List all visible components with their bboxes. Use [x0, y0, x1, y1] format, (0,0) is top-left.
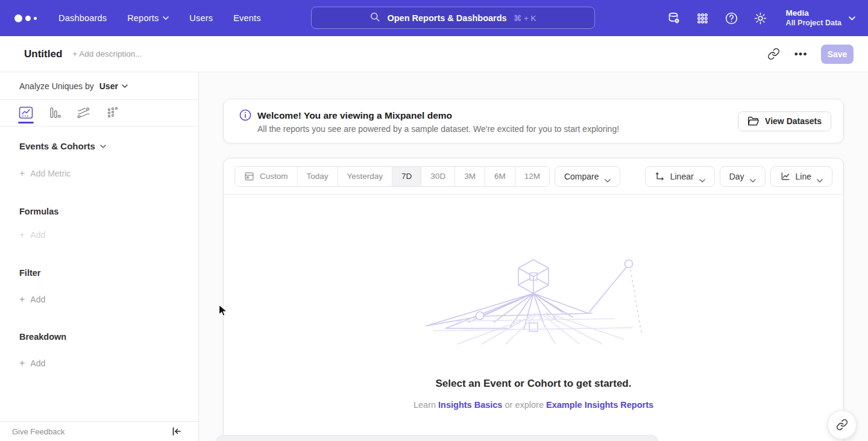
calendar-icon — [244, 171, 254, 181]
folder-icon — [747, 116, 759, 127]
settings-gear-icon[interactable] — [753, 11, 768, 25]
more-options-button[interactable]: ••• — [794, 48, 808, 60]
link-icon — [836, 419, 848, 431]
report-header: Untitled + Add description... ••• Save — [0, 36, 868, 72]
chevron-down-icon — [750, 175, 756, 178]
mixpanel-logo-icon[interactable] — [14, 14, 41, 22]
empty-state-subtitle: Learn Insights Basics or explore Example… — [414, 400, 653, 410]
plus-icon: + — [19, 230, 25, 240]
selected-tab-indicator — [18, 122, 34, 124]
demo-banner: Welcome! You are viewing a Mixpanel demo… — [223, 99, 844, 143]
line-chart-icon — [780, 171, 790, 181]
chart-type-tabs — [0, 100, 198, 126]
report-card: Custom Today Yesterday 7D 30D 3M 6M 12M … — [223, 158, 844, 441]
tab-flows[interactable] — [76, 105, 92, 120]
main-content: Welcome! You are viewing a Mixpanel demo… — [199, 72, 868, 441]
chevron-down-icon — [817, 175, 823, 178]
analyze-by-dropdown[interactable]: User — [99, 81, 128, 91]
add-formula-button[interactable]: + Add — [19, 230, 179, 240]
plus-icon: + — [19, 168, 25, 179]
add-metric-button[interactable]: + Add Metric — [19, 168, 179, 179]
date-range-30d[interactable]: 30D — [421, 167, 454, 186]
nav-menu: Dashboards Reports Users Events — [48, 0, 271, 36]
empty-state: Select an Event or Cohort to get started… — [224, 195, 843, 410]
nav-right: Media All Project Data — [667, 0, 855, 36]
give-feedback-link[interactable]: Give Feedback — [12, 427, 64, 436]
chevron-down-icon — [605, 175, 611, 178]
compare-dropdown[interactable]: Compare — [555, 166, 620, 187]
chart-style-dropdown[interactable]: Line — [770, 166, 832, 187]
analyze-label: Analyze Uniques by — [19, 81, 94, 91]
add-filter-button[interactable]: + Add — [19, 294, 179, 305]
chevron-down-icon — [122, 84, 128, 88]
date-range-yesterday[interactable]: Yesterday — [338, 167, 392, 186]
top-nav: Dashboards Reports Users Events Open Rep… — [0, 0, 868, 36]
global-search[interactable]: Open Reports & Dashboards ⌘ + K — [311, 7, 595, 29]
bottom-sheet-edge[interactable] — [216, 435, 658, 441]
chevron-down-icon — [699, 175, 705, 178]
project-selector[interactable]: Media All Project Data — [786, 8, 855, 28]
events-cohorts-header[interactable]: Events & Cohorts — [19, 141, 179, 151]
view-datasets-button[interactable]: View Datasets — [738, 111, 831, 131]
add-description-field[interactable]: + Add description... — [72, 49, 142, 58]
axis-icon — [655, 171, 665, 181]
share-link-fab[interactable] — [828, 410, 857, 439]
date-range-custom[interactable]: Custom — [235, 167, 297, 186]
tab-bar-chart[interactable] — [47, 105, 63, 120]
nav-item-reports[interactable]: Reports — [117, 0, 179, 36]
tab-line-chart[interactable] — [18, 105, 34, 120]
plus-icon: + — [19, 294, 25, 305]
query-sections: Events & Cohorts + Add Metric Formulas +… — [0, 127, 198, 421]
empty-state-title: Select an Event or Cohort to get started… — [436, 378, 632, 390]
search-placeholder: Open Reports & Dashboards — [387, 13, 506, 23]
project-scope: All Project Data — [786, 18, 841, 28]
date-range-picker: Custom Today Yesterday 7D 30D 3M 6M 12M — [234, 166, 550, 187]
date-range-6m[interactable]: 6M — [485, 167, 515, 186]
scale-dropdown[interactable]: Linear — [645, 166, 715, 187]
apps-grid-icon[interactable] — [696, 11, 710, 25]
chevron-down-icon — [849, 16, 855, 20]
help-icon[interactable] — [725, 11, 739, 25]
data-management-icon[interactable] — [667, 11, 681, 25]
nav-item-users[interactable]: Users — [179, 0, 223, 36]
search-shortcut: ⌘ + K — [514, 13, 536, 23]
analyze-uniques-row: Analyze Uniques by User — [0, 72, 198, 99]
banner-title: Welcome! You are viewing a Mixpanel demo — [257, 110, 738, 121]
info-icon — [239, 109, 251, 121]
collapse-sidebar-icon[interactable] — [172, 427, 181, 436]
add-breakdown-button[interactable]: + Add — [19, 358, 179, 369]
report-controls: Custom Today Yesterday 7D 30D 3M 6M 12M … — [224, 158, 843, 195]
tab-scatter[interactable] — [105, 105, 121, 120]
query-builder-sidebar: Analyze Uniques by User Events & Cohorts… — [0, 72, 199, 441]
formulas-header: Formulas — [19, 207, 179, 216]
nav-item-events[interactable]: Events — [223, 0, 271, 36]
date-range-7d[interactable]: 7D — [392, 167, 421, 186]
insights-basics-link[interactable]: Insights Basics — [438, 400, 502, 410]
empty-state-illustration — [421, 255, 646, 345]
breakdown-header: Breakdown — [19, 332, 179, 342]
plus-icon: + — [19, 358, 25, 369]
sidebar-footer: Give Feedback — [0, 421, 198, 441]
example-reports-link[interactable]: Example Insights Reports — [546, 400, 653, 410]
date-range-12m[interactable]: 12M — [515, 167, 549, 186]
copy-link-icon[interactable] — [767, 47, 781, 61]
filter-header: Filter — [19, 268, 179, 278]
interval-dropdown[interactable]: Day — [720, 166, 766, 187]
project-name: Media — [786, 8, 841, 18]
chevron-down-icon — [100, 145, 106, 148]
search-icon — [370, 11, 380, 25]
banner-subtitle: All the reports you see are powered by a… — [257, 124, 738, 134]
nav-item-dashboards[interactable]: Dashboards — [48, 0, 117, 36]
date-range-3m[interactable]: 3M — [454, 167, 485, 186]
date-range-today[interactable]: Today — [297, 167, 338, 186]
report-title[interactable]: Untitled — [24, 48, 62, 60]
chevron-down-icon — [163, 16, 169, 20]
save-button[interactable]: Save — [821, 45, 854, 64]
